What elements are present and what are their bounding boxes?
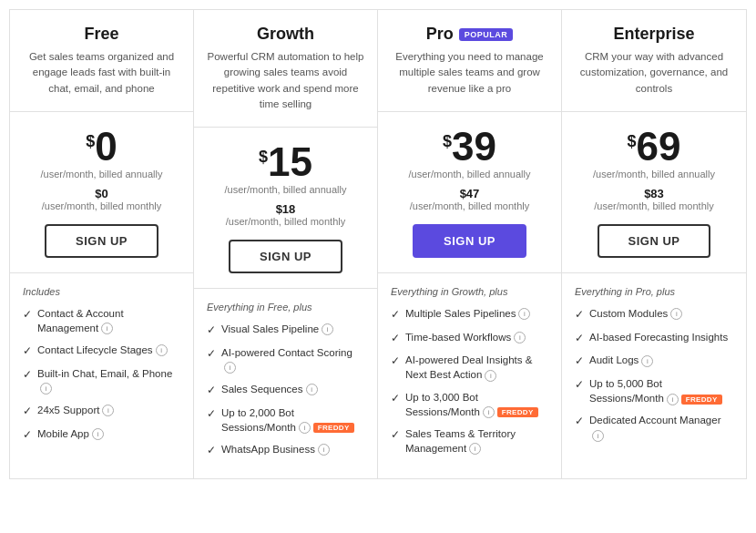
check-icon: ✓ xyxy=(575,354,584,369)
plan-name-growth: Growth xyxy=(257,25,314,44)
signup-btn-growth[interactable]: SIGN UP xyxy=(229,240,342,273)
price-dollar-pro: $ xyxy=(443,132,452,151)
signup-btn-pro[interactable]: SIGN UP xyxy=(413,224,526,258)
feature-item: ✓Sales Sequencesi xyxy=(207,382,364,398)
check-icon: ✓ xyxy=(391,307,400,323)
freddy-badge: FREDDY xyxy=(313,423,354,433)
monthly-label-free: /user/month, billed monthly xyxy=(23,200,180,211)
check-icon: ✓ xyxy=(23,427,32,443)
info-icon: i xyxy=(92,428,104,440)
plan-pricing-free: $0/user/month, billed annually$0/user/mo… xyxy=(10,112,193,273)
info-icon: i xyxy=(306,384,318,395)
feature-item: ✓Up to 2,000 Bot Sessions/MonthiFREDDY xyxy=(207,405,364,435)
info-icon: i xyxy=(469,443,481,455)
monthly-val-growth: $18 xyxy=(207,202,364,216)
info-icon: i xyxy=(322,323,333,335)
check-icon: ✓ xyxy=(391,391,400,406)
plan-name-enterprise: Enterprise xyxy=(613,25,694,44)
feature-item: ✓Contact Lifecycle Stagesi xyxy=(23,343,180,359)
features-intro-free: Includes xyxy=(23,286,180,297)
feature-item: ✓WhatsApp Businessi xyxy=(207,442,364,458)
info-icon: i xyxy=(318,444,330,456)
annual-label-free: /user/month, billed annually xyxy=(23,169,180,179)
plan-pricing-enterprise: $69/user/month, billed annually$83/user/… xyxy=(562,112,746,273)
info-icon: i xyxy=(518,308,530,320)
feature-item: ✓AI-powered Contact Scoringi xyxy=(207,345,364,374)
feature-item: ✓Up to 3,000 Bot Sessions/MonthiFREDDY xyxy=(391,390,548,419)
plan-features-free: Includes✓Contact & Account Managementi✓C… xyxy=(10,273,193,478)
feature-item: ✓Multiple Sales Pipelinesi xyxy=(391,306,548,323)
check-icon: ✓ xyxy=(207,383,216,398)
plan-features-enterprise: Everything in Pro, plus✓Custom Modulesi✓… xyxy=(562,273,746,478)
price-amount-free: 0 xyxy=(95,127,117,167)
annual-label-growth: /user/month, billed annually xyxy=(207,184,364,195)
plan-pricing-pro: $39/user/month, billed annually$47/user/… xyxy=(378,112,561,273)
price-amount-enterprise: 69 xyxy=(637,127,681,167)
info-icon: i xyxy=(592,430,604,442)
plan-desc-enterprise: CRM your way with advanced customization… xyxy=(575,49,733,97)
info-icon: i xyxy=(299,422,311,434)
check-icon: ✓ xyxy=(391,427,400,443)
info-icon: i xyxy=(40,383,52,395)
pricing-grid: FreeGet sales teams organized and engage… xyxy=(9,9,747,479)
features-intro-pro: Everything in Growth, plus xyxy=(391,286,548,297)
check-icon: ✓ xyxy=(575,307,584,323)
monthly-label-pro: /user/month, billed monthly xyxy=(391,200,548,211)
plan-desc-growth: Powerful CRM automation to help growing … xyxy=(207,49,364,112)
price-amount-growth: 15 xyxy=(268,142,312,182)
annual-label-pro: /user/month, billed annually xyxy=(391,169,548,179)
plan-header-enterprise: EnterpriseCRM your way with advanced cus… xyxy=(562,10,746,112)
check-icon: ✓ xyxy=(391,331,400,346)
plan-header-pro: ProPOPULAREverything you need to manage … xyxy=(378,10,561,112)
check-icon: ✓ xyxy=(23,307,32,323)
plan-desc-pro: Everything you need to manage multiple s… xyxy=(391,49,548,97)
plan-col-growth: GrowthPowerful CRM automation to help gr… xyxy=(194,10,378,478)
price-amount-pro: 39 xyxy=(452,127,496,167)
feature-item: ✓Audit Logsi xyxy=(575,353,733,369)
feature-item: ✓Custom Modulesi xyxy=(575,306,733,323)
info-icon: i xyxy=(224,362,236,374)
info-icon: i xyxy=(641,355,653,367)
info-icon: i xyxy=(514,332,526,343)
signup-btn-enterprise[interactable]: SIGN UP xyxy=(598,224,711,258)
info-icon: i xyxy=(156,344,168,356)
plan-header-free: FreeGet sales teams organized and engage… xyxy=(10,10,193,112)
check-icon: ✓ xyxy=(23,343,32,359)
monthly-label-enterprise: /user/month, billed monthly xyxy=(575,200,733,211)
plan-col-free: FreeGet sales teams organized and engage… xyxy=(10,10,194,478)
check-icon: ✓ xyxy=(207,346,216,362)
plan-features-growth: Everything in Free, plus✓Visual Sales Pi… xyxy=(194,289,377,478)
popular-badge: POPULAR xyxy=(459,28,514,41)
signup-btn-free[interactable]: SIGN UP xyxy=(45,224,158,258)
plan-features-pro: Everything in Growth, plus✓Multiple Sale… xyxy=(378,273,561,478)
check-icon: ✓ xyxy=(575,377,584,393)
annual-label-enterprise: /user/month, billed annually xyxy=(575,169,733,179)
feature-item: ✓AI-powered Deal Insights & Next Best Ac… xyxy=(391,353,548,382)
feature-item: ✓24x5 Supporti xyxy=(23,403,180,419)
feature-item: ✓Visual Sales Pipelinei xyxy=(207,322,364,338)
monthly-label-growth: /user/month, billed monthly xyxy=(207,216,364,227)
check-icon: ✓ xyxy=(207,323,216,338)
info-icon: i xyxy=(101,323,113,334)
price-dollar-enterprise: $ xyxy=(628,132,637,151)
feature-item: ✓Up to 5,000 Bot Sessions/MonthiFREDDY xyxy=(575,376,733,405)
feature-item: ✓Sales Teams & Territory Managementi xyxy=(391,426,548,456)
features-intro-enterprise: Everything in Pro, plus xyxy=(575,286,733,297)
check-icon: ✓ xyxy=(207,443,216,458)
check-icon: ✓ xyxy=(391,354,400,369)
check-icon: ✓ xyxy=(575,414,584,429)
info-icon: i xyxy=(485,370,496,382)
monthly-val-free: $0 xyxy=(23,187,180,200)
feature-item: ✓Contact & Account Managementi xyxy=(23,306,180,335)
info-icon: i xyxy=(667,394,679,405)
check-icon: ✓ xyxy=(23,404,32,419)
plan-header-growth: GrowthPowerful CRM automation to help gr… xyxy=(194,10,377,128)
plan-name-pro: ProPOPULAR xyxy=(426,25,514,44)
check-icon: ✓ xyxy=(207,406,216,422)
feature-item: ✓Dedicated Account Manageri xyxy=(575,413,733,442)
plan-pricing-growth: $15/user/month, billed annually$18/user/… xyxy=(194,128,377,289)
info-icon: i xyxy=(670,308,682,320)
feature-item: ✓Time-based Workflowsi xyxy=(391,330,548,346)
freddy-badge: FREDDY xyxy=(681,395,722,405)
info-icon: i xyxy=(483,406,495,418)
